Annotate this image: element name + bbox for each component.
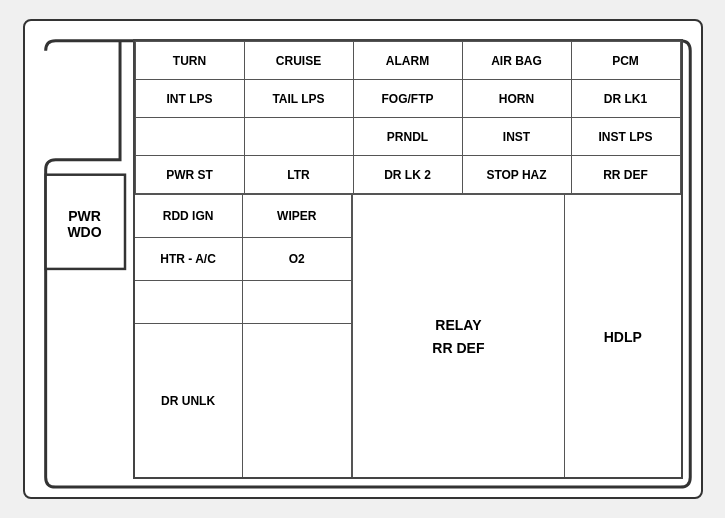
cell-airbag: AIR BAG [462,42,571,80]
cell-empty-bl3 [243,324,351,478]
cell-rddign: RDD IGN [135,195,243,237]
wdo-label: WDO [67,224,101,240]
table-row: PWR ST LTR DR LK 2 STOP HAZ RR DEF [135,156,680,194]
table-row: PRNDL INST INST LPS [135,118,680,156]
cell-cruise: CRUISE [244,42,353,80]
cell-intlps: INT LPS [135,80,244,118]
cell-o2: O2 [243,238,351,280]
table-row: TURN CRUISE ALARM AIR BAG PCM [135,42,680,80]
cell-instlps: INST LPS [571,118,680,156]
table-row: INT LPS TAIL LPS FOG/FTP HORN DR LK1 [135,80,680,118]
cell-drlk1: DR LK1 [571,80,680,118]
cell-drunlk: DR UNLK [135,324,243,478]
cell-rrdef: RR DEF [571,156,680,194]
cell-ltr: LTR [244,156,353,194]
cell-pcm: PCM [571,42,680,80]
cell-alarm: ALARM [353,42,462,80]
pwr-wdo-box: PWR WDO [45,176,125,271]
cell-empty-bl2 [243,281,351,323]
cell-fogftp: FOG/FTP [353,80,462,118]
cell-relay-rrdef: RELAYRR DEF [353,195,565,478]
cell-empty-bl1 [135,281,243,323]
cell-drlk2: DR LK 2 [353,156,462,194]
cell-taillps: TAIL LPS [244,80,353,118]
cell-inst: INST [462,118,571,156]
pwr-label: PWR [68,208,101,224]
cell-prndl: PRNDL [353,118,462,156]
cell-empty1 [135,118,244,156]
cell-turn: TURN [135,42,244,80]
cell-stophaz: STOP HAZ [462,156,571,194]
cell-wiper: WIPER [243,195,351,237]
cell-empty2 [244,118,353,156]
cell-hdlp: HDLP [565,195,681,478]
cell-htrac: HTR - A/C [135,238,243,280]
fuse-diagram: PWR WDO TURN CRUISE ALARM AIR BAG PCM IN… [23,19,703,499]
cell-horn: HORN [462,80,571,118]
cell-pwrst: PWR ST [135,156,244,194]
